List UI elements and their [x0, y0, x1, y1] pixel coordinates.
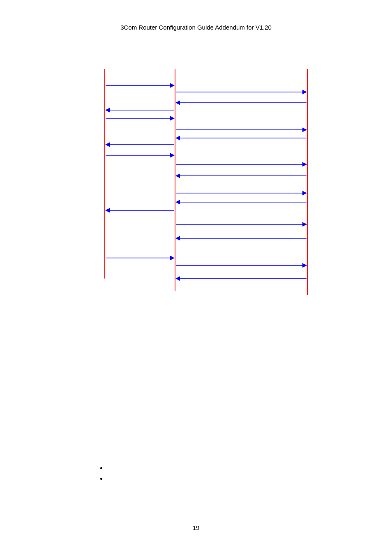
- page-document: 3Com Router Configuration Guide Addendum…: [0, 0, 392, 555]
- page-number: 19: [0, 524, 392, 531]
- page-header: 3Com Router Configuration Guide Addendum…: [0, 24, 392, 31]
- sequence-diagram: [103, 69, 309, 295]
- bullet-list: [90, 463, 107, 484]
